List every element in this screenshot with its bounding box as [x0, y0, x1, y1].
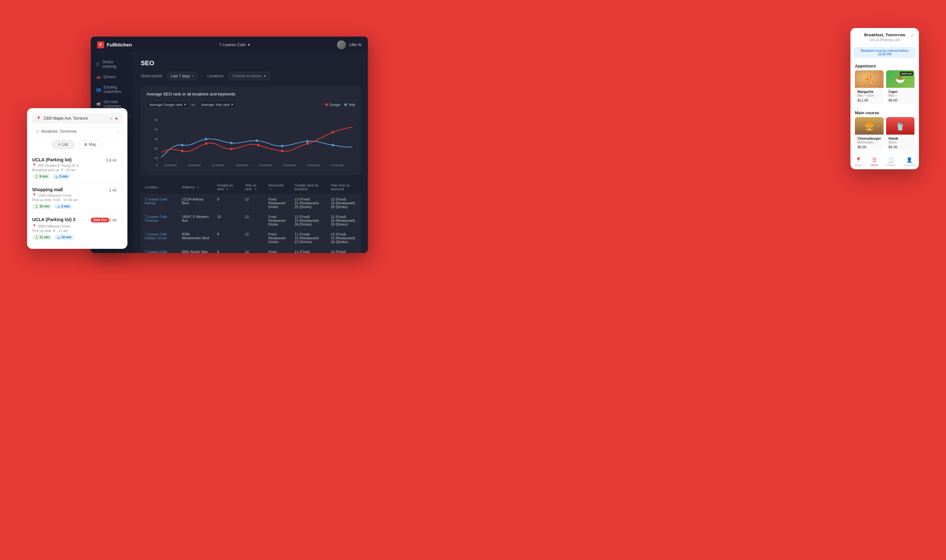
- account-label: Account: [904, 163, 915, 167]
- nav-orders[interactable]: 🧾 Orders: [887, 157, 896, 167]
- yelp-dot: [344, 103, 347, 106]
- svg-point-14: [230, 142, 233, 144]
- col-keywords[interactable]: Keywords ⇅: [264, 180, 291, 194]
- cell-google-rank-2: 9: [213, 229, 241, 247]
- sidebar-item-online-ordering[interactable]: ☰ Online ordering ›: [91, 57, 133, 72]
- appetizers-title: Appetizers: [850, 60, 919, 70]
- app-name: Fullkitchen: [107, 42, 132, 48]
- table-row-3[interactable]: 7 Leaves Cafe Downey 8901 Apollo Way #4A…: [141, 247, 361, 253]
- period-select[interactable]: Last 7 days ▾: [167, 72, 197, 80]
- cell-yelp-kw-2: 12 (Food)15 (Restaurant)26 (Drinks): [327, 229, 361, 247]
- existing-customers-icon: 👥: [96, 87, 101, 92]
- close-icon[interactable]: ×: [110, 116, 112, 121]
- svg-point-25: [332, 131, 334, 133]
- chevron-3: ›: [121, 217, 122, 223]
- cell-location-3[interactable]: 7 Leaves Cafe Downey: [141, 247, 178, 253]
- bottom-nav: 📍 Spots ☰ Menu 🧾 Orders 👤 Account: [850, 154, 919, 169]
- menu-item-hamb[interactable]: Hamb McDo $4.30: [886, 117, 915, 151]
- cell-location-0[interactable]: 7 Leaves Cafe Artesia: [141, 194, 178, 212]
- table-row-2[interactable]: 7 Leaves Cafe Garden Grove 9786 Westmins…: [141, 229, 361, 247]
- table-row-0[interactable]: 7 Leaves Cafe Artesia 12154 Artesia Blvd…: [141, 194, 361, 212]
- spots-icon: 📍: [855, 157, 861, 163]
- locations-select[interactable]: Choose locations ▾: [229, 72, 270, 80]
- col-google-kw: Google rank by keyword: [291, 180, 327, 194]
- menu-item-capri[interactable]: Sold out Capri Milo + $9.00: [886, 70, 915, 104]
- legend-yelp: Yelp: [344, 103, 355, 106]
- cell-address-0: 12154 Artesia Blvd: [178, 194, 213, 212]
- table-row-1[interactable]: 7 Leaves Cafe Torrence 18547 S Western A…: [141, 212, 361, 229]
- menu-item-margarita[interactable]: Margarita Milo + Olive $11.00: [855, 70, 884, 104]
- order-subtitle: UCLA (Parking Lot): [855, 38, 915, 42]
- seo-table: Location Address ⇅ Google av. rank ⇅ Yel…: [141, 180, 361, 253]
- svg-point-18: [332, 144, 334, 146]
- margarita-sub: Milo + Olive: [858, 94, 881, 97]
- cell-yelp-kw-3: 12 (Food)15 (Restaurant)26 (Drinks): [327, 247, 361, 253]
- bike-tag-3: 🚲 10 min: [54, 234, 74, 240]
- svg-text:15/12/2020: 15/12/2020: [188, 164, 201, 167]
- location-addr-3: 📍 3960 Hillhaven Drive: [32, 224, 109, 228]
- svg-text:23/12/2020: 23/12/2020: [283, 164, 296, 167]
- nav-spots[interactable]: 📍 Spots: [855, 157, 862, 167]
- cell-location-2[interactable]: 7 Leaves Cafe Garden Grove: [141, 229, 178, 247]
- time-bar[interactable]: Breakfast, Tomorrow ›: [32, 127, 122, 136]
- yelp-rank-dropdown[interactable]: Average Yelp rank ▾: [198, 101, 236, 108]
- user-area: Lillie W: [337, 40, 361, 49]
- navigate-icon[interactable]: ➤: [115, 116, 119, 121]
- current-location: 7 Leaves Cafe: [219, 42, 246, 47]
- capri-image: Sold out: [886, 70, 915, 88]
- col-address[interactable]: Address ⇅: [178, 180, 213, 194]
- col-google-rank[interactable]: Google av. rank ⇅: [213, 180, 241, 194]
- cell-google-rank-1: 10: [213, 212, 241, 229]
- cell-yelp-kw-1: 12 (Food)15 (Restaurant)26 (Drinks): [327, 212, 361, 229]
- cell-location-1[interactable]: 7 Leaves Cafe Torrence: [141, 212, 178, 229]
- svg-text:30: 30: [154, 137, 158, 141]
- google-rank-dropdown[interactable]: Average Google rank ▾: [147, 101, 189, 108]
- location-item-2[interactable]: Shopping mall 📍 1266 Oakwood Circle Pick…: [32, 183, 122, 213]
- appetizers-grid: Margarita Milo + Olive $11.00 Sold out C…: [850, 70, 919, 107]
- location-name-1: UCLA (Parking lot): [32, 157, 106, 162]
- sidebar-item-existing-customers[interactable]: 👥 Existing customers ›: [91, 82, 133, 97]
- hamb-name: Hamb: [889, 137, 912, 140]
- app-layout: ☰ Online ordering › 🚗 Drivers 👥 Existing…: [91, 53, 368, 253]
- col-yelp-rank[interactable]: Yelp av. rank ⇅: [241, 180, 264, 194]
- location-pin-icon: 📍: [36, 116, 41, 121]
- location-item-1[interactable]: UCLA (Parking lot) 📍 695 Charles E Young…: [32, 153, 122, 183]
- chart-legend: Google Yelp: [325, 103, 355, 106]
- map-tab[interactable]: ⊞ Map: [77, 140, 103, 149]
- main-content: SEO Show period Last 7 days ▾ Locations …: [134, 53, 368, 253]
- sidebar-item-drivers[interactable]: 🚗 Drivers: [91, 72, 133, 82]
- address-bar[interactable]: 📍 2300 Maple Ave, Torrance × ➤: [32, 113, 122, 123]
- user-name: Lillie W: [349, 43, 361, 47]
- view-tabs: ≡ List ⊞ Map: [32, 140, 122, 149]
- location-item-3[interactable]: UCLA (Parking lot) 3 Sold Out 📍 3960 Hil…: [32, 213, 122, 244]
- svg-point-20: [205, 143, 207, 145]
- distance-2: 1 mi: [109, 188, 117, 192]
- list-tab[interactable]: ≡ List: [52, 140, 75, 149]
- chart-controls: Average Google rank ▾ vs. Average Yelp r…: [147, 101, 355, 108]
- nav-account[interactable]: 👤 Account: [904, 157, 915, 167]
- cell-google-rank-3: 9: [213, 247, 241, 253]
- time-indicator: [36, 130, 39, 133]
- cheeseburger-image: [855, 117, 884, 135]
- location-selector[interactable]: 7 Leaves Cafe ▾: [219, 42, 250, 47]
- nav-menu[interactable]: ☰ Menu: [871, 157, 878, 167]
- cell-address-2: 9786 Westminster Blvd: [178, 229, 213, 247]
- distance-3: 2 mi: [109, 217, 117, 222]
- col-yelp-kw: Yelp rank by keyword: [327, 180, 361, 194]
- hamb-sub: McDo: [889, 141, 912, 144]
- check-icon[interactable]: ✓: [911, 32, 915, 38]
- seo-chart: 50 40 30 20 10 0: [147, 112, 355, 169]
- yelp-label: Yelp: [349, 103, 355, 106]
- svg-text:10: 10: [154, 157, 158, 160]
- margarita-image: [855, 70, 884, 88]
- location-time-3: Pick up time: 9 - 11 am: [32, 229, 109, 232]
- chart-title: Average SEO rank or all locations and ke…: [147, 92, 355, 96]
- svg-text:13/12/2020: 13/12/2020: [164, 164, 177, 167]
- svg-point-16: [281, 145, 283, 147]
- menu-item-cheeseburger[interactable]: Cheeseburger McDonald's $9.00: [855, 117, 884, 151]
- vs-text: vs.: [191, 103, 196, 106]
- sidebar-label-drivers: Drivers: [103, 75, 116, 79]
- addr-pin-icon-3: 📍: [32, 224, 37, 228]
- dropdown2-chevron: ▾: [231, 103, 233, 106]
- location-tags-3: 🚶 11 min 🚲 10 min: [32, 234, 109, 240]
